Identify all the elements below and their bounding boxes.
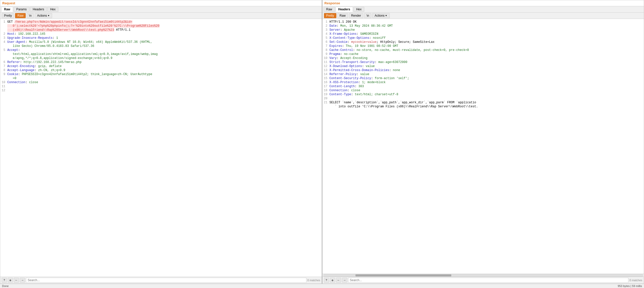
table-row: 10 Vary: Accept-Encoding [323, 56, 644, 60]
hscroll-track[interactable] [324, 274, 643, 277]
tab-raw-request[interactable]: Raw [1, 7, 13, 12]
table-row: 17 Content-Length: 303 [323, 84, 644, 88]
help-icon-response[interactable]: ? [324, 278, 329, 283]
table-row: 2 Host: 192.168.222.145 [0, 32, 322, 36]
table-row: 15 Content-Security-Policy: form-action … [323, 76, 644, 80]
table-row: 12 X-Download-Options: value [323, 64, 644, 68]
table-row: 8 Cache-Control: no-store, no-cache, mus… [323, 48, 644, 52]
table-row: 9 Cookie: PHPSESSID=c3gnn42nnfafaei5im0t… [0, 72, 322, 80]
table-row: 2 Date: Mon, 13 May 2024 08:36:42 GMT [323, 24, 644, 28]
table-row: 19 Content-Type: text/html; charset=utf-… [323, 92, 644, 97]
table-row: 11 [0, 84, 322, 88]
render-btn-response[interactable]: Render [349, 13, 363, 18]
response-toolbar: Pretty Raw Render \n Actions ▼ [323, 13, 644, 19]
table-row: 4 X-Frame-Options: SAMEORIGIN [323, 32, 644, 36]
response-hscrollbar[interactable] [323, 274, 644, 277]
search-input-request[interactable] [26, 278, 306, 283]
table-row: 21 SELECT `name`,`description`,`app_path… [323, 101, 644, 109]
request-title: Request [0, 0, 322, 6]
response-panel: Response Raw Headers Hex Pretty Raw Rend… [322, 0, 644, 284]
response-top-tabs: Raw Headers Hex [323, 6, 644, 13]
actions-dropdown-arrow-response: ▼ [385, 14, 387, 17]
table-row: 8 Accept-Language: zh-CN, zh;q=0.9 [0, 68, 322, 72]
ln-btn-response[interactable]: \n [364, 13, 371, 18]
status-right: 953 bytes | 59 millis [618, 284, 642, 287]
table-row: 12 [0, 88, 322, 92]
prev-match-request[interactable]: ← [14, 278, 19, 283]
actions-btn-request[interactable]: Actions ▼ [35, 13, 52, 18]
table-row: 5 Accept: text/html,application/xhtml+xm… [0, 48, 322, 60]
request-search-bar: ? ⚙ ← → 0 matches [0, 277, 322, 283]
response-search-bar: ? ⚙ ← → 0 matches [323, 277, 644, 283]
hscroll-thumb[interactable] [355, 274, 451, 276]
settings-icon-response[interactable]: ⚙ [330, 278, 335, 283]
table-row: 3 Upgrade-Insecure-Requests: 1 [0, 36, 322, 40]
pretty-btn-request[interactable]: Pretty [2, 13, 14, 18]
tab-hex-request[interactable]: Hex [47, 7, 58, 12]
table-row: 16 X-XSS-Protection: 1; mode=block [323, 80, 644, 84]
ln-btn-request[interactable]: \n [27, 13, 34, 18]
table-row: 10 Connection: close [0, 80, 322, 84]
matches-label-response: 0 matches [629, 279, 642, 282]
table-row: 6 Referer: http://192.168.222.145/hmrao.… [0, 60, 322, 64]
settings-icon-request[interactable]: ⚙ [8, 278, 13, 283]
table-row: 5 X-Content-Type-Options: nosniff [323, 36, 644, 40]
request-panel: Request Raw Params Headers Hex Pretty Ra… [0, 0, 322, 284]
status-left: Done [2, 284, 9, 287]
table-row: 6 Set-Cookie: mycookie=value; HttpOnly; … [323, 40, 644, 44]
tab-raw-response[interactable]: Raw [324, 7, 335, 12]
table-row: 7 Expires: Thu, 19 Nov 1981 08:52:00 GMT [323, 44, 644, 48]
table-row: 4 User-Agent: Mozilla/5.0 (Windows NT 10… [0, 40, 322, 48]
tab-headers-response[interactable]: Headers [336, 7, 353, 12]
table-row: 13 X-Permitted-Cross-Domain-Policies: no… [323, 68, 644, 72]
table-row: 1 GET /hmrao.php?s=/Admin/appedit/sessId… [0, 20, 322, 32]
response-code-area[interactable]: 1 HTTP/1.1 200 OK 2 Date: Mon, 13 May 20… [323, 19, 644, 274]
help-icon-request[interactable]: ? [2, 278, 7, 283]
table-row: 3 Server: Apache [323, 28, 644, 32]
response-title: Response [323, 0, 644, 6]
tab-params-request[interactable]: Params [14, 7, 29, 12]
tab-headers-request[interactable]: Headers [30, 7, 47, 12]
table-row: 7 Accept-Encoding: gzip, deflate [0, 64, 322, 68]
prev-match-response[interactable]: ← [336, 278, 341, 283]
table-row: 18 Connection: close [323, 88, 644, 92]
table-row: 20 [323, 97, 644, 101]
next-match-response[interactable]: → [342, 278, 347, 283]
actions-btn-response[interactable]: Actions ▼ [372, 13, 389, 18]
tab-hex-response[interactable]: Hex [353, 7, 364, 12]
actions-dropdown-arrow-request: ▼ [48, 14, 50, 17]
status-bar: Done 953 bytes | 59 millis [0, 284, 644, 288]
request-top-tabs: Raw Params Headers Hex [0, 6, 322, 13]
table-row: 14 Referrer-Policy: value [323, 72, 644, 76]
request-toolbar: Pretty Raw \n Actions ▼ [0, 13, 322, 19]
matches-label-request: 0 matches [307, 279, 320, 282]
request-code-area[interactable]: 1 GET /hmrao.php?s=/Admin/appedit/sessId… [0, 19, 322, 277]
pretty-btn-response[interactable]: Pretty [324, 13, 336, 18]
table-row: 9 Pragma: no-cache [323, 52, 644, 56]
table-row: 1 HTTP/1.1 200 OK [323, 20, 644, 24]
table-row: 11 Strict-Transport-Security: max-age=63… [323, 60, 644, 64]
raw-btn-response[interactable]: Raw [337, 13, 348, 18]
search-input-response[interactable] [348, 278, 629, 283]
next-match-request[interactable]: → [20, 278, 25, 283]
raw-btn-request[interactable]: Raw [15, 13, 26, 18]
